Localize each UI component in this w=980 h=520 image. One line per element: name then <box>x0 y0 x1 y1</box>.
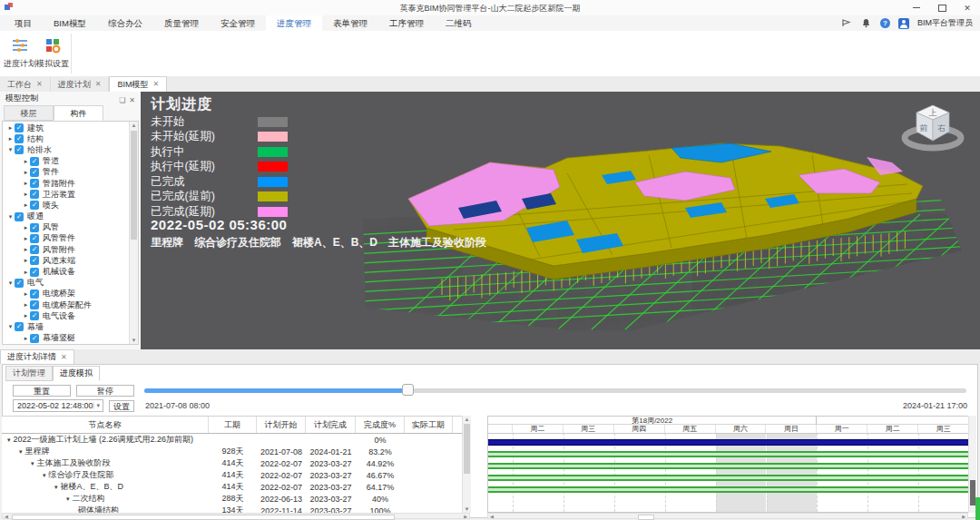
float-panel-icon[interactable]: ❏ <box>119 93 125 107</box>
table-row[interactable]: ▾主体施工及验收阶段414天2022-02-072023-03-2744.92% <box>2 457 470 469</box>
expand-icon[interactable]: ▸ <box>22 180 30 187</box>
menu-item-1[interactable]: 项目 <box>4 15 43 31</box>
tree-checkbox[interactable]: ✓ <box>30 300 39 309</box>
tree-item[interactable]: ▸✓风道末端 <box>3 255 129 266</box>
collapse-icon[interactable]: ▾ <box>6 146 15 153</box>
expand-icon[interactable]: ▸ <box>22 312 30 319</box>
sub-tab-1[interactable]: 计划管理 <box>5 366 53 381</box>
tree-item[interactable]: ▸✓管道 <box>3 156 129 167</box>
expand-icon[interactable]: ▸ <box>22 191 30 198</box>
time-slider[interactable] <box>144 388 966 393</box>
tree-item[interactable]: ▾✓暖通 <box>3 211 129 222</box>
datetime-select[interactable]: 2022-05-02 12:48:00 ▾ <box>13 399 103 412</box>
expand-icon[interactable]: ▸ <box>22 235 30 242</box>
tree-checkbox[interactable]: ✓ <box>30 334 39 343</box>
tree-checkbox[interactable]: ✓ <box>15 322 24 331</box>
tab-close-icon[interactable]: ✕ <box>61 350 67 364</box>
maximize-icon[interactable] <box>936 3 947 14</box>
tab-schedule-detail[interactable]: 进度计划详情 ✕ <box>0 349 74 364</box>
bell-icon[interactable] <box>861 18 872 29</box>
tree-checkbox[interactable]: ✓ <box>30 256 39 265</box>
expand-icon[interactable]: ▸ <box>22 201 30 209</box>
expand-icon[interactable]: ▸ <box>22 257 30 264</box>
column-header-4[interactable]: 计划完成 <box>306 417 356 433</box>
reset-button[interactable]: 重置 <box>13 385 71 397</box>
settings-button[interactable]: 设置 <box>109 400 134 412</box>
tree-checkbox[interactable]: ✓ <box>30 234 39 243</box>
help-icon[interactable]: ? <box>880 18 890 28</box>
gantt-hscrollbar[interactable]: ◀ ▶ <box>487 513 968 519</box>
tree-checkbox[interactable]: ✓ <box>30 245 39 254</box>
collapse-icon[interactable]: ▾ <box>66 495 70 503</box>
collapse-icon[interactable]: ▾ <box>19 448 23 456</box>
tree-checkbox[interactable]: ✓ <box>30 168 39 177</box>
column-header-5[interactable]: 完成度% <box>356 417 405 433</box>
model-tab-2[interactable]: 构件 <box>54 105 103 121</box>
tree-item[interactable]: ▸✓机械设备 <box>3 266 129 277</box>
tree-item[interactable]: ▸✓喷头 <box>3 200 129 211</box>
tree-item[interactable]: ▸✓管路附件 <box>3 178 129 189</box>
tab-close-icon[interactable]: ✕ <box>152 77 159 92</box>
menu-item-6[interactable]: 进度管理 <box>266 15 322 31</box>
tree-checkbox[interactable]: ✓ <box>30 268 39 277</box>
column-header-1[interactable]: 节点名称 <box>2 417 209 433</box>
doc-tab-1[interactable]: 工作台✕ <box>0 77 51 92</box>
expand-icon[interactable]: ▸ <box>6 124 15 132</box>
menu-item-9[interactable]: 二维码 <box>435 15 483 31</box>
schedule-plan-button[interactable]: 进度计划 <box>4 34 36 74</box>
tree-checkbox[interactable]: ✓ <box>30 223 39 232</box>
tree-checkbox[interactable]: ✓ <box>30 157 39 166</box>
tree-item[interactable]: ▸✓管件 <box>3 167 129 178</box>
tree-checkbox[interactable]: ✓ <box>30 201 39 210</box>
expand-icon[interactable]: ▸ <box>22 169 30 176</box>
menu-item-5[interactable]: 安全管理 <box>210 15 266 31</box>
table-row[interactable]: ▾裙楼A、E、B、D414天2022-02-072023-03-2764.17% <box>2 481 470 493</box>
tree-item[interactable]: ▾✓给排水 <box>3 144 129 155</box>
expand-icon[interactable]: ▸ <box>22 224 30 231</box>
tree-item[interactable]: ▾✓幕墙 <box>3 321 129 332</box>
expand-icon[interactable]: ▸ <box>22 335 30 342</box>
collapse-icon[interactable]: ▾ <box>43 472 46 479</box>
expand-icon[interactable]: ▸ <box>22 269 30 276</box>
announcement-icon[interactable] <box>842 18 853 29</box>
tree-checkbox[interactable]: ✓ <box>15 279 24 288</box>
model-tab-1[interactable]: 楼层 <box>4 105 54 121</box>
tree-checkbox[interactable]: ✓ <box>30 179 39 188</box>
table-row[interactable]: ▾里程牌928天2021-07-082024-01-2183.2% <box>2 446 470 457</box>
table-scrollbar[interactable]: ▲▼ <box>462 416 471 513</box>
menu-item-3[interactable]: 综合办公 <box>97 15 153 31</box>
expand-icon[interactable]: ▸ <box>22 158 30 165</box>
collapse-icon[interactable]: ▾ <box>6 323 15 330</box>
collapse-icon[interactable]: ▾ <box>7 437 11 444</box>
collapse-icon[interactable]: ▾ <box>6 280 15 287</box>
doc-tab-2[interactable]: 进度计划✕ <box>51 77 110 92</box>
tree-checkbox[interactable]: ✓ <box>15 145 24 154</box>
table-row[interactable]: ▾二次结构288天2022-06-132023-03-2740% <box>2 493 470 505</box>
column-header-3[interactable]: 计划开始 <box>257 417 306 433</box>
expand-icon[interactable]: ▸ <box>22 301 30 309</box>
column-header-2[interactable]: 工期 <box>209 417 257 433</box>
minimize-icon[interactable] <box>911 3 922 14</box>
collapse-icon[interactable]: ▾ <box>54 484 58 491</box>
menu-item-8[interactable]: 工序管理 <box>378 15 435 31</box>
column-header-6[interactable]: 实际工期 <box>405 417 453 433</box>
viewport-3d[interactable]: 计划进度 未开始未开始(延期)执行中执行中(延期)已完成已完成(提前)已完成(延… <box>141 92 980 349</box>
tree-item[interactable]: ▸✓风管管件 <box>3 233 129 244</box>
tree-checkbox[interactable]: ✓ <box>30 289 39 299</box>
tab-close-icon[interactable]: ✕ <box>95 77 102 92</box>
tree-item[interactable]: ▸✓电缆桥架 <box>3 289 129 299</box>
expand-icon[interactable]: ▸ <box>22 290 30 298</box>
tree-item[interactable]: ▸✓风管附件 <box>3 244 129 255</box>
tree-item[interactable]: ▸✓结构 <box>3 133 129 144</box>
menu-item-7[interactable]: 表单管理 <box>322 15 378 31</box>
tree-item[interactable]: ▸✓电气设备 <box>3 310 129 321</box>
menu-item-2[interactable]: BIM模型 <box>43 15 97 31</box>
tree-item[interactable]: ▸✓电缆桥架配件 <box>3 299 129 310</box>
sub-tab-2[interactable]: 进度模拟 <box>53 366 100 381</box>
tree-item[interactable]: ▾✓电气 <box>3 278 129 289</box>
close-panel-icon[interactable]: ✕ <box>129 93 135 107</box>
time-slider-handle[interactable] <box>402 384 414 396</box>
tree-checkbox[interactable]: ✓ <box>30 311 39 320</box>
simulation-settings-button[interactable]: 模拟设置 <box>36 34 69 74</box>
tree-item[interactable]: ▸✓建筑 <box>3 123 129 133</box>
